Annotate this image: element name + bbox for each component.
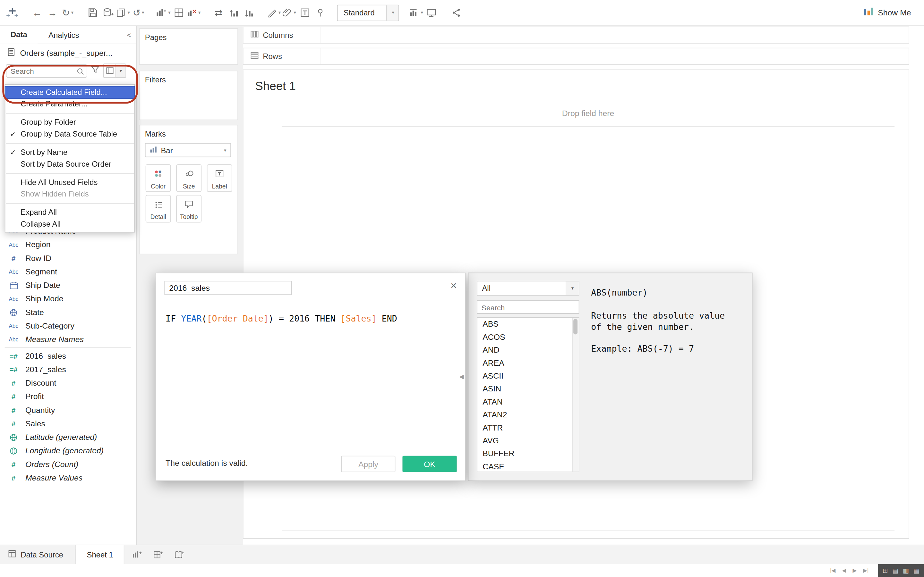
chevron-down-icon[interactable]: ▾ (218, 147, 230, 153)
field-measure-names[interactable]: AbcMeasure Names (0, 333, 136, 346)
undo-button[interactable]: ← (29, 4, 45, 21)
apply-button[interactable]: Apply (341, 456, 395, 472)
previous-sheet-icon[interactable]: ◀ (842, 568, 846, 574)
field-quantity[interactable]: #Quantity (0, 403, 136, 417)
datasource-item[interactable]: Orders (sample_-_super... (0, 44, 136, 62)
show-filmstrip-icon[interactable]: ▤ (892, 567, 898, 574)
scrollbar-thumb[interactable] (573, 319, 577, 335)
field-longitude-generated[interactable]: Longitude (generated) (0, 444, 136, 458)
filters-card[interactable]: Filters (139, 71, 238, 120)
new-story-tab-button[interactable] (170, 545, 188, 564)
new-data-source-button[interactable] (100, 4, 115, 21)
function-buffer[interactable]: BUFFER (477, 448, 579, 460)
filter-funnel-icon[interactable] (91, 65, 100, 76)
share-workbook-button[interactable] (449, 4, 464, 21)
menu-item-collapse-all[interactable]: Collapse All (5, 218, 134, 230)
detail-button[interactable]: Detail (145, 195, 171, 222)
field-2016-sales[interactable]: =#2016_sales (0, 349, 136, 363)
chevron-down-icon[interactable]: ▾ (115, 64, 126, 77)
columns-shelf[interactable]: Columns (243, 27, 909, 44)
clear-sheet-button[interactable]: ▾ (186, 4, 202, 21)
field-ship-mode[interactable]: AbcShip Mode (0, 292, 136, 306)
function-atan[interactable]: ATAN (477, 396, 579, 408)
function-atan2[interactable]: ATAN2 (477, 409, 579, 422)
size-button[interactable]: Size (176, 164, 202, 192)
sort-descending-button[interactable] (242, 4, 257, 21)
data-source-tab[interactable]: Data Source (0, 545, 75, 564)
field-discount[interactable]: #Discount (0, 376, 136, 390)
first-sheet-icon[interactable]: |◀ (830, 568, 835, 574)
function-acos[interactable]: ACOS (477, 331, 579, 343)
function-ascii[interactable]: ASCII (477, 370, 579, 382)
function-case[interactable]: CASE (477, 460, 579, 472)
field-region[interactable]: AbcRegion (0, 238, 136, 251)
menu-item-create-parameter[interactable]: Create Parameter... (5, 98, 134, 110)
fit-selector[interactable]: Standard ▾ (337, 5, 399, 21)
field-orders-count[interactable]: #Orders (Count) (0, 458, 136, 471)
function-attr[interactable]: ATTR (477, 422, 579, 434)
mark-type-dropdown[interactable]: Bar ▾ (145, 143, 231, 157)
menu-item-group-by-data-source-table[interactable]: ✓Group by Data Source Table (5, 128, 134, 140)
new-worksheet-tab-button[interactable] (128, 545, 145, 564)
group-members-button[interactable]: ▾ (282, 4, 297, 21)
field-latitude-generated[interactable]: Latitude (generated) (0, 430, 136, 444)
tab-data[interactable]: Data (0, 26, 38, 45)
show-grid-icon[interactable]: ▦ (913, 567, 919, 574)
menu-item-sort-by-data-source-order[interactable]: Sort by Data Source Order (5, 158, 134, 170)
menu-item-group-by-folder[interactable]: Group by Folder (5, 117, 134, 129)
label-button[interactable]: Label (207, 164, 232, 192)
pages-card[interactable]: Pages (139, 28, 238, 65)
redo-button[interactable]: → (45, 4, 60, 21)
show-me-button[interactable]: Show Me (863, 7, 911, 18)
field-sub-category[interactable]: AbcSub-Category (0, 319, 136, 333)
close-icon[interactable]: × (451, 280, 457, 291)
field-profit[interactable]: #Profit (0, 390, 136, 403)
menu-item-hide-all-unused-fields[interactable]: Hide All Unused Fields (5, 177, 134, 189)
menu-item-expand-all[interactable]: Expand All (5, 207, 134, 219)
function-and[interactable]: AND (477, 344, 579, 357)
run-auto-updates-button[interactable]: ↺▾ (131, 4, 146, 21)
chevron-down-icon[interactable]: ▾ (386, 5, 399, 21)
function-area[interactable]: AREA (477, 357, 579, 370)
show-mark-labels-button[interactable] (297, 4, 312, 21)
show-hide-cards-button[interactable]: ▾ (409, 4, 424, 21)
function-category-select[interactable]: All ▾ (477, 281, 580, 295)
color-button[interactable]: Color (145, 164, 171, 192)
new-worksheet-button[interactable]: ▾ (156, 4, 171, 21)
field-state[interactable]: State (0, 306, 136, 319)
fix-axes-button[interactable] (312, 4, 328, 21)
function-search-input[interactable] (477, 301, 574, 314)
calc-name-input[interactable] (164, 281, 292, 295)
swap-rows-columns-button[interactable]: ⇄ (211, 4, 226, 21)
search-input[interactable] (6, 64, 77, 78)
chevron-down-icon[interactable]: ▾ (565, 282, 578, 295)
save-button[interactable] (85, 4, 100, 21)
rows-shelf[interactable]: Rows (243, 48, 909, 65)
field-measure-values[interactable]: #Measure Values (0, 471, 136, 484)
function-abs[interactable]: ABS (477, 318, 579, 331)
field-2017-sales[interactable]: =#2017_sales (0, 363, 136, 376)
function-avg[interactable]: AVG (477, 435, 579, 448)
sort-ascending-button[interactable] (226, 4, 242, 21)
show-sorter-icon[interactable]: ▥ (903, 567, 909, 574)
field-ship-date[interactable]: Ship Date (0, 279, 136, 292)
highlight-button[interactable]: ▾ (266, 4, 282, 21)
menu-item-sort-by-name[interactable]: ✓Sort by Name (5, 147, 134, 158)
last-sheet-icon[interactable]: ▶| (863, 568, 869, 574)
field-row-id[interactable]: #Row ID (0, 251, 136, 265)
replay-button[interactable]: ↻▾ (60, 4, 75, 21)
menu-item-create-calculated-field[interactable]: Create Calculated Field... (5, 87, 134, 98)
presentation-mode-button[interactable] (424, 4, 439, 21)
field-segment[interactable]: AbcSegment (0, 265, 136, 279)
function-list-scrollbar[interactable] (572, 318, 578, 472)
pause-auto-updates-button[interactable]: ▾ (115, 4, 131, 21)
collapse-functions-icon[interactable]: ◀ (459, 373, 464, 380)
formula-text[interactable]: IF YEAR([Order Date]) = 2016 THEN [Sales… (166, 312, 397, 325)
view-options-button[interactable]: ▾ (103, 63, 126, 77)
ok-button[interactable]: OK (402, 456, 457, 472)
tab-analytics[interactable]: Analytics (38, 26, 90, 44)
duplicate-sheet-button[interactable] (171, 4, 186, 21)
next-sheet-icon[interactable]: ▶ (853, 568, 857, 574)
show-tabs-icon[interactable]: ⊞ (883, 567, 888, 574)
tooltip-button[interactable]: Tooltip (176, 195, 202, 222)
